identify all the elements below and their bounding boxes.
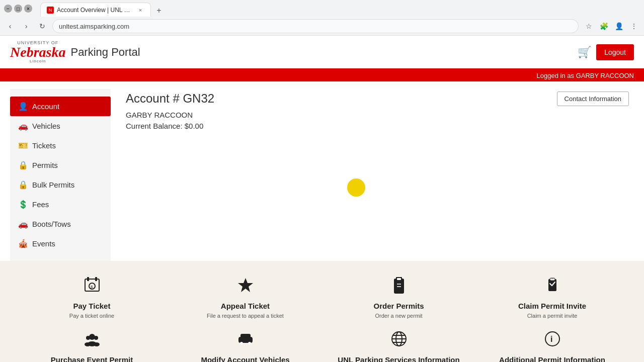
- url-text: unltest.aimsparking.com: [59, 23, 572, 30]
- sidebar-item-vehicles[interactable]: 🚗 Vehicles: [10, 116, 111, 136]
- menu-icon[interactable]: ⋮: [628, 20, 640, 32]
- sidebar-item-account[interactable]: 👤 Account: [10, 97, 111, 116]
- unl-parking-services-title: UNL Parking Services Information: [338, 355, 459, 362]
- browser-tab-bar: N Account Overview | UNL Parking ... × +: [36, 1, 169, 17]
- footer-grid-row2: Purchase Event Permit Lookup and Purchas…: [20, 330, 624, 362]
- new-tab-button[interactable]: +: [153, 5, 165, 17]
- account-info: Account # GN32 GARBY RACCOON Current Bal…: [126, 92, 214, 130]
- boots-tows-icon: 🚗: [18, 219, 28, 229]
- sidebar-item-events[interactable]: 🎪 Events: [10, 234, 111, 253]
- main-content: 👤 Account 🚗 Vehicles 🎫 Tickets 🔒 Permits…: [0, 81, 644, 261]
- svg-text:$: $: [91, 285, 93, 289]
- sidebar-bulk-permits-label: Bulk Permits: [32, 180, 74, 189]
- svg-rect-13: [551, 278, 554, 279]
- logout-button[interactable]: Logout: [596, 44, 634, 60]
- claim-permit-invite-title: Claim Permit Invite: [518, 302, 586, 310]
- fees-icon: 💲: [18, 200, 28, 209]
- footer-grid-row1: $ Pay Ticket Pay a ticket online Appeal …: [20, 276, 624, 320]
- tab-close-btn[interactable]: ×: [136, 6, 144, 14]
- svg-rect-9: [394, 279, 404, 293]
- browser-toolbar-icons: ☆ 🧩 👤 ⋮: [583, 20, 640, 32]
- svg-marker-5: [238, 278, 253, 292]
- sidebar-boots-tows-label: Boots/Tows: [32, 220, 71, 228]
- footer-actions: $ Pay Ticket Pay a ticket online Appeal …: [0, 261, 644, 362]
- logged-in-text: Logged in as GARBY RACCOON: [537, 72, 634, 79]
- extensions-icon[interactable]: 🧩: [598, 20, 610, 32]
- purchase-event-permit-title: Purchase Event Permit: [51, 355, 133, 362]
- footer-item-claim-permit-invite[interactable]: Claim Permit Invite Claim a permit invit…: [480, 276, 624, 320]
- browser-window-controls: − □ ×: [4, 5, 32, 13]
- browser-maximize-btn[interactable]: □: [14, 5, 22, 13]
- browser-minimize-btn[interactable]: −: [4, 5, 12, 13]
- appeal-ticket-title: Appeal Ticket: [221, 302, 270, 310]
- account-balance: Current Balance: $0.00: [126, 122, 214, 130]
- balance-label: Current Balance:: [126, 122, 183, 130]
- pay-ticket-icon: $: [83, 276, 101, 299]
- header-right: 🛒 Logout: [578, 44, 634, 60]
- address-bar[interactable]: unltest.aimsparking.com: [52, 19, 579, 33]
- claim-permit-invite-desc: Claim a permit invite: [527, 312, 578, 320]
- additional-permit-info-icon: i: [543, 330, 561, 352]
- permits-icon: 🔒: [18, 160, 28, 170]
- footer-item-pay-ticket[interactable]: $ Pay Ticket Pay a ticket online: [20, 276, 164, 320]
- sidebar-fees-label: Fees: [32, 200, 49, 209]
- appeal-ticket-icon: [236, 276, 255, 299]
- account-title: Account # GN32: [126, 92, 214, 106]
- footer-item-purchase-event-permit[interactable]: Purchase Event Permit Lookup and Purchas…: [20, 330, 164, 362]
- svg-rect-21: [240, 334, 251, 339]
- svg-rect-1: [87, 277, 89, 281]
- contact-info-button[interactable]: Contact Information: [557, 92, 629, 106]
- footer-item-order-permits[interactable]: Order Permits Order a new permit: [327, 276, 470, 320]
- bookmark-icon[interactable]: ☆: [583, 20, 595, 32]
- sidebar-item-boots-tows[interactable]: 🚗 Boots/Tows: [10, 214, 111, 234]
- purchase-event-permit-icon: [83, 330, 101, 352]
- loading-indicator: [347, 178, 365, 197]
- browser-tab-active[interactable]: N Account Overview | UNL Parking ... ×: [40, 3, 151, 17]
- sidebar: 👤 Account 🚗 Vehicles 🎫 Tickets 🔒 Permits…: [10, 89, 111, 261]
- sidebar-tickets-label: Tickets: [32, 141, 56, 150]
- account-icon: 👤: [18, 102, 28, 111]
- pay-ticket-desc: Pay a ticket online: [69, 312, 114, 320]
- order-permits-desc: Order a new permit: [375, 312, 422, 320]
- svg-rect-10: [397, 278, 401, 280]
- additional-permit-info-title: Additional Permit Information: [499, 355, 605, 362]
- svg-point-16: [94, 336, 98, 340]
- forward-button[interactable]: ›: [20, 20, 32, 32]
- browser-close-btn[interactable]: ×: [24, 5, 32, 13]
- tab-title: Account Overview | UNL Parking ...: [57, 7, 133, 14]
- logged-in-bar: Logged in as GARBY RACCOON: [0, 70, 644, 81]
- profile-icon[interactable]: 👤: [613, 20, 625, 32]
- footer-item-unl-parking-services[interactable]: UNL Parking Services Information Parking…: [327, 330, 470, 362]
- appeal-ticket-desc: File a request to appeal a ticket: [207, 312, 284, 320]
- claim-permit-invite-icon: [543, 276, 561, 299]
- address-bar-row: ‹ › ↻ unltest.aimsparking.com ☆ 🧩 👤 ⋮: [0, 17, 644, 35]
- svg-point-18: [85, 342, 91, 346]
- svg-point-23: [248, 342, 251, 345]
- sidebar-item-bulk-permits[interactable]: 🔒 Bulk Permits: [10, 175, 111, 195]
- account-header: Account # GN32 GARBY RACCOON Current Bal…: [126, 92, 629, 130]
- balance-value: $0.00: [185, 122, 204, 130]
- reload-button[interactable]: ↻: [36, 20, 48, 32]
- bulk-permits-icon: 🔒: [18, 180, 28, 190]
- sidebar-item-fees[interactable]: 💲 Fees: [10, 195, 111, 214]
- modify-account-vehicles-icon: [236, 330, 255, 352]
- back-button[interactable]: ‹: [4, 20, 16, 32]
- svg-rect-2: [95, 277, 97, 281]
- pay-ticket-title: Pay Ticket: [73, 302, 111, 310]
- sidebar-item-tickets[interactable]: 🎫 Tickets: [10, 136, 111, 155]
- order-permits-icon: [390, 276, 408, 299]
- account-name: GARBY RACCOON: [126, 111, 214, 119]
- unl-parking-services-icon: [390, 330, 408, 352]
- sidebar-account-label: Account: [32, 102, 59, 111]
- svg-text:i: i: [550, 335, 552, 343]
- cart-icon[interactable]: 🛒: [578, 46, 591, 59]
- site-logo: UNIVERSITY OF Nebraska Lincoln Parking P…: [10, 41, 140, 63]
- svg-point-15: [86, 336, 90, 340]
- sidebar-item-permits[interactable]: 🔒 Permits: [10, 155, 111, 175]
- footer-item-modify-account-vehicles[interactable]: Modify Account Vehicles Modify vehicles …: [174, 330, 317, 362]
- tickets-icon: 🎫: [18, 141, 28, 150]
- events-icon: 🎪: [18, 239, 28, 248]
- unl-logo: UNIVERSITY OF Nebraska Lincoln: [10, 41, 65, 63]
- footer-item-additional-permit-info[interactable]: i Additional Permit Information permit d…: [480, 330, 624, 362]
- footer-item-appeal-ticket[interactable]: Appeal Ticket File a request to appeal a…: [174, 276, 317, 320]
